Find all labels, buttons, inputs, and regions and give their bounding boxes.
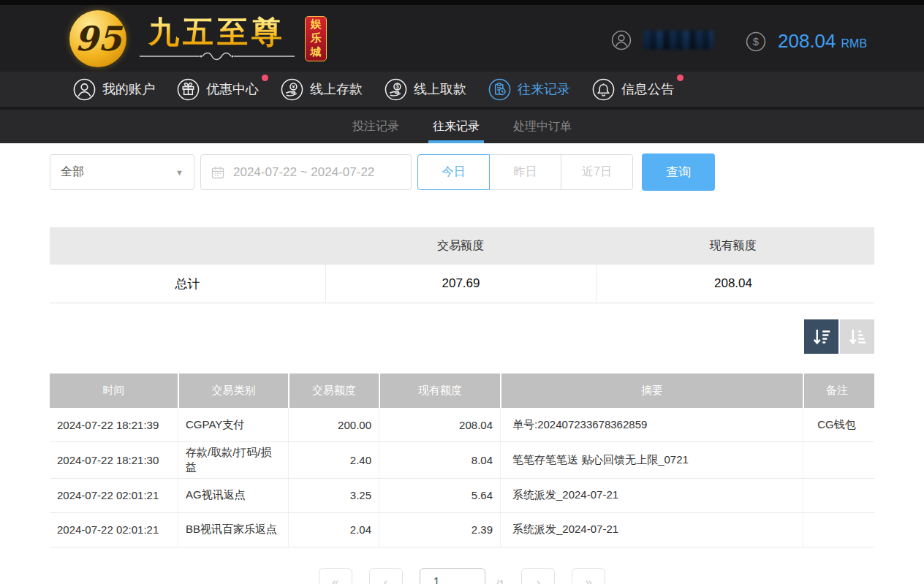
table-row: 2024-07-22 18:21:30 存款/取款/打码/损益 2.40 8.0… — [50, 442, 874, 479]
row-summary: 单号:202407233678362859 — [500, 408, 803, 441]
prev-page-button[interactable]: ‹ — [369, 568, 403, 584]
svg-text:$: $ — [395, 83, 399, 90]
calendar-icon — [211, 165, 225, 180]
user-account[interactable] — [611, 30, 713, 50]
nav-item-transaction-records[interactable]: 往来记录 — [488, 78, 570, 101]
brand-name: 九五至尊 — [148, 15, 286, 49]
table-row: 2024-07-22 02:01:21 BB视讯百家乐返点 2.04 2.39 … — [50, 513, 874, 547]
records-header-row: 时间 交易类别 交易额度 现有额度 摘要 备注 — [50, 373, 874, 408]
tab-processing-orders[interactable]: 处理中订单 — [513, 110, 572, 143]
sort-ascending-button[interactable] — [840, 319, 874, 354]
col-header-balance: 现有额度 — [379, 373, 500, 408]
sort-controls — [50, 319, 874, 354]
summary-table: 交易额度 现有额度 总计 207.69 208.04 — [50, 227, 874, 303]
row-summary: 笔笔存笔笔送 贴心回馈无上限_0721 — [500, 442, 803, 478]
deposit-icon: ¥ — [281, 78, 303, 101]
notification-dot — [677, 75, 683, 81]
dollar-coin-icon: $ — [746, 31, 766, 52]
main-navigation: 我的账户 优惠中心 ¥ 线上存款 $ 线上取款 — [0, 72, 924, 110]
username-blurred — [643, 31, 713, 50]
balance[interactable]: $ 208.04 RMB — [746, 30, 867, 53]
records-table: 时间 交易类别 交易额度 现有额度 摘要 备注 2024-07-22 18:21… — [50, 373, 874, 547]
nav-item-online-withdraw[interactable]: $ 线上取款 — [385, 78, 466, 101]
nav-item-announcements[interactable]: 信息公告 — [592, 78, 674, 101]
row-amount: 3.25 — [288, 479, 379, 512]
category-dropdown-value: 全部 — [61, 164, 84, 180]
header: 95 九五至尊 娱 乐 城 $ 208.04 RM — [0, 5, 924, 72]
col-header-remark: 备注 — [803, 373, 870, 408]
balance-currency: RMB — [841, 37, 868, 50]
last7days-button[interactable]: 近7日 — [561, 154, 633, 190]
row-type: 存款/取款/打码/损益 — [178, 442, 288, 478]
brand-logo[interactable]: 95 九五至尊 娱 乐 城 — [69, 10, 327, 67]
record-subtabs: 投注记录 往来记录 处理中订单 — [0, 110, 924, 143]
col-header-summary: 摘要 — [500, 373, 803, 408]
row-time: 2024-07-22 18:21:30 — [50, 442, 178, 478]
date-range-input[interactable]: 2024-07-22 ~ 2024-07-22 — [200, 154, 412, 190]
row-time: 2024-07-22 02:01:21 — [50, 479, 178, 512]
page-total-label: /1 — [496, 578, 505, 584]
summary-header-transaction: 交易额度 — [325, 227, 596, 265]
summary-header-row: 交易额度 现有额度 — [50, 227, 874, 265]
bell-icon — [592, 78, 615, 101]
summary-total-row: 总计 207.69 208.04 — [50, 265, 874, 303]
summary-header-balance: 现有额度 — [596, 227, 870, 265]
chevron-down-icon: ▼ — [175, 168, 183, 177]
nav-item-my-account[interactable]: 我的账户 — [73, 78, 155, 101]
row-amount: 2.04 — [288, 513, 379, 547]
row-type: AG视讯返点 — [178, 479, 288, 512]
row-amount: 200.00 — [288, 408, 379, 441]
top-strip — [0, 0, 924, 5]
records-icon — [488, 78, 511, 101]
col-header-time: 时间 — [50, 373, 178, 408]
row-remark — [803, 442, 870, 478]
tab-transaction-records[interactable]: 往来记录 — [433, 110, 480, 143]
row-remark — [803, 513, 870, 547]
last-page-button[interactable]: » — [572, 568, 605, 584]
row-time: 2024-07-22 02:01:21 — [50, 513, 178, 547]
logo-monogram: 95 — [69, 10, 126, 67]
row-time: 2024-07-22 18:21:39 — [50, 408, 178, 441]
logo-flourish-ornament — [137, 51, 298, 61]
row-balance: 2.39 — [379, 513, 500, 547]
user-avatar-icon — [611, 30, 632, 50]
row-summary: 系统派发_2024-07-21 — [500, 513, 803, 547]
row-balance: 208.04 — [379, 408, 500, 441]
table-row: 2024-07-22 02:01:21 AG视讯返点 3.25 5.64 系统派… — [50, 479, 874, 513]
notification-dot — [262, 75, 268, 81]
col-header-type: 交易类别 — [178, 373, 288, 408]
sort-descending-icon — [811, 326, 833, 348]
date-range-value: 2024-07-22 ~ 2024-07-22 — [233, 165, 374, 180]
withdraw-icon: $ — [385, 78, 407, 101]
first-page-button[interactable]: « — [319, 568, 352, 584]
sort-ascending-icon — [847, 326, 868, 348]
row-remark: CG钱包 — [803, 408, 870, 441]
row-amount: 2.40 — [288, 442, 379, 478]
table-row: 2024-07-22 18:21:39 CGPAY支付 200.00 208.0… — [50, 408, 874, 442]
search-button[interactable]: 查询 — [642, 153, 715, 191]
nav-item-online-deposit[interactable]: ¥ 线上存款 — [281, 78, 363, 101]
yesterday-button[interactable]: 昨日 — [489, 154, 561, 190]
tab-betting-records[interactable]: 投注记录 — [352, 110, 399, 143]
category-dropdown[interactable]: 全部 ▼ — [50, 154, 194, 190]
next-page-button[interactable]: › — [521, 568, 555, 584]
summary-total-balance: 208.04 — [596, 265, 870, 303]
sort-descending-button[interactable] — [804, 319, 838, 354]
brand-badge: 娱 乐 城 — [305, 16, 327, 61]
pagination: « ‹ /1 › » — [0, 568, 924, 584]
user-icon — [73, 78, 96, 101]
row-summary: 系统派发_2024-07-21 — [500, 479, 803, 512]
svg-text:¥: ¥ — [292, 83, 295, 90]
filter-bar: 全部 ▼ 2024-07-22 ~ 2024-07-22 今日 昨日 近7日 查… — [50, 153, 924, 191]
row-balance: 8.04 — [379, 442, 500, 478]
quick-date-group: 今日 昨日 近7日 — [417, 154, 633, 190]
row-balance: 5.64 — [379, 479, 500, 512]
balance-amount: 208.04 — [778, 30, 836, 53]
row-type: CGPAY支付 — [178, 408, 288, 441]
row-remark — [803, 479, 870, 512]
summary-header-empty — [50, 227, 325, 265]
nav-item-promotions[interactable]: 优惠中心 — [177, 78, 259, 101]
page-number-input[interactable] — [420, 568, 485, 584]
svg-text:$: $ — [753, 36, 760, 48]
today-button[interactable]: 今日 — [417, 154, 490, 190]
